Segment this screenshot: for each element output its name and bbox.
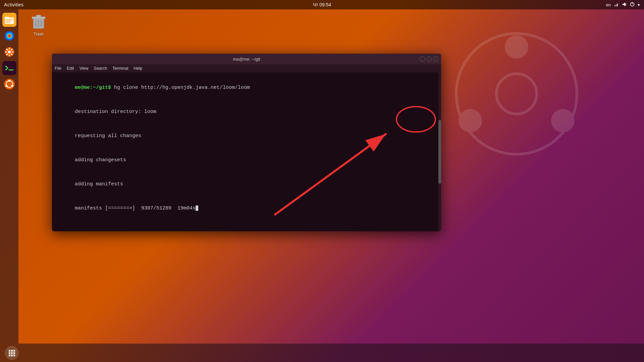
terminal-line-6: manifests [=======>] 9307/51289 19m04s [57, 196, 436, 221]
trash-label: Trash [34, 32, 44, 37]
terminal-scrollbar-thumb [438, 120, 441, 184]
minimize-button[interactable]: _ [420, 56, 425, 62]
maximize-button[interactable]: □ [426, 56, 432, 62]
svg-point-31 [11, 85, 13, 87]
svg-rect-34 [36, 15, 41, 17]
clock: Чт 09:54 [313, 2, 331, 7]
terminal-titlebar: me@me: ~/git _ □ × [52, 54, 441, 64]
topbar: Activities Чт 09:54 en ▾ [0, 0, 644, 9]
terminal-prompt: me@me:~/git$ [75, 85, 111, 90]
svg-point-40 [459, 109, 482, 132]
svg-point-41 [551, 109, 575, 132]
svg-rect-9 [5, 20, 11, 21]
svg-point-42 [496, 74, 537, 114]
svg-rect-1 [616, 4, 616, 6]
terminal-title: me@me: ~/git [233, 57, 260, 62]
terminal-scrollbar[interactable] [438, 72, 441, 231]
terminal-menubar: File Edit View Search Terminal Help [52, 64, 441, 72]
activities-label[interactable]: Activities [4, 2, 23, 7]
menu-view[interactable]: View [79, 66, 89, 71]
svg-rect-53 [13, 355, 15, 356]
menu-file[interactable]: File [55, 66, 61, 71]
terminal-controls: _ □ × [420, 56, 438, 62]
sidebar-item-ubuntu-software[interactable] [2, 77, 16, 91]
power-arrow[interactable]: ▾ [638, 2, 640, 7]
svg-rect-50 [13, 352, 15, 354]
svg-rect-47 [13, 350, 15, 352]
svg-rect-8 [5, 19, 13, 20]
svg-point-14 [8, 35, 10, 37]
bottom-dock [0, 344, 644, 362]
sidebar [0, 9, 18, 344]
menu-edit[interactable]: Edit [67, 66, 74, 71]
svg-rect-7 [5, 17, 9, 18]
menu-search[interactable]: Search [94, 66, 107, 71]
menu-help[interactable]: Help [133, 66, 142, 71]
apps-grid-button[interactable] [5, 346, 19, 360]
svg-point-29 [8, 80, 10, 82]
power-icon[interactable] [630, 2, 635, 8]
sound-icon[interactable] [622, 2, 627, 8]
svg-rect-2 [617, 3, 618, 6]
terminal-body[interactable]: me@me:~/git$ hg clone http://hg.openjdk.… [52, 72, 441, 231]
close-button[interactable]: × [433, 56, 438, 62]
svg-rect-52 [11, 355, 13, 356]
ubuntu-bg-logo [449, 27, 584, 161]
sidebar-item-files[interactable] [2, 13, 16, 27]
svg-point-16 [8, 50, 11, 54]
svg-rect-46 [11, 350, 13, 352]
terminal-window: me@me: ~/git _ □ × File Edit View Search… [52, 54, 441, 231]
svg-rect-10 [5, 22, 10, 23]
terminal-line-5: adding manifests [57, 172, 436, 196]
desktop-trash[interactable]: Trash [25, 12, 52, 37]
terminal-line-2: destination directory: loom [57, 100, 436, 124]
terminal-line-1: me@me:~/git$ hg clone http://hg.openjdk.… [57, 76, 436, 100]
svg-point-30 [5, 85, 7, 87]
svg-point-39 [505, 35, 528, 59]
network-icon[interactable] [613, 2, 619, 8]
svg-rect-25 [3, 63, 15, 73]
sidebar-item-settings[interactable] [2, 45, 16, 59]
svg-rect-45 [9, 350, 10, 352]
terminal-cursor [196, 205, 198, 211]
svg-rect-51 [9, 355, 10, 356]
sidebar-item-firefox[interactable] [2, 29, 16, 43]
sidebar-item-terminal[interactable] [2, 61, 16, 75]
menu-terminal[interactable]: Terminal [112, 66, 128, 71]
terminal-line-3: requesting all changes [57, 124, 436, 148]
lang-indicator[interactable]: en [606, 2, 611, 7]
svg-marker-3 [623, 2, 625, 6]
svg-rect-0 [614, 5, 615, 6]
terminal-command: hg clone http://hg.openjdk.java.net/loom… [111, 85, 250, 90]
topbar-right: en ▾ [606, 2, 640, 8]
terminal-line-4: adding changesets [57, 148, 436, 172]
svg-point-38 [456, 34, 577, 154]
svg-rect-49 [11, 352, 13, 354]
svg-rect-48 [9, 352, 10, 354]
